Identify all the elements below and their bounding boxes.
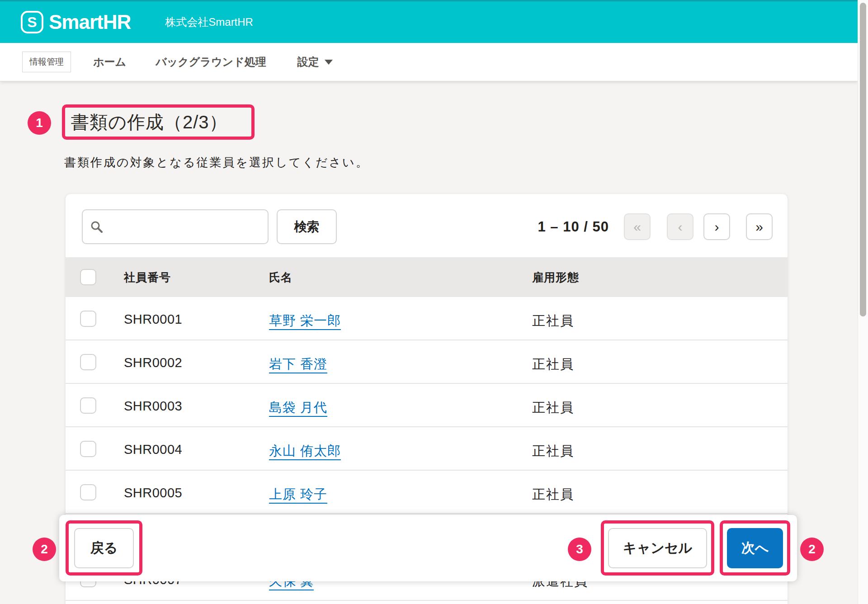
double-chevron-left-icon: « xyxy=(633,220,641,234)
search-button[interactable]: 検索 xyxy=(277,209,337,244)
table-row: SHR0001 草野 栄一郎 正社員 xyxy=(66,297,788,340)
employee-name-link[interactable]: 岩下 香澄 xyxy=(269,355,327,373)
nav-item-home[interactable]: ホーム xyxy=(93,55,126,69)
nav-badge-app[interactable]: 情報管理 xyxy=(22,52,71,72)
double-chevron-right-icon: » xyxy=(755,220,763,234)
employee-name-link[interactable]: 上原 玲子 xyxy=(269,486,327,504)
nav-item-settings-label: 設定 xyxy=(297,55,319,69)
employee-number-cell: SHR0004 xyxy=(124,442,182,457)
table-row: SHR0005 上原 玲子 正社員 xyxy=(66,471,788,514)
company-name: 株式会社SmartHR xyxy=(165,15,253,29)
search-icon xyxy=(90,220,104,234)
pagination-last-button[interactable]: » xyxy=(746,213,773,240)
title-highlight-box: 書類の作成（2/3） xyxy=(62,104,255,140)
employment-type-cell: 正社員 xyxy=(532,399,574,417)
column-header-employee-number: 社員番号 xyxy=(124,270,171,285)
pagination-first-button[interactable]: « xyxy=(624,213,651,240)
row-checkbox[interactable] xyxy=(80,354,96,370)
row-checkbox[interactable] xyxy=(80,484,96,500)
caret-down-icon xyxy=(325,60,333,65)
employment-type-cell: 正社員 xyxy=(532,355,574,373)
next-highlight-box: 次へ xyxy=(720,520,790,576)
employee-number-cell: SHR0003 xyxy=(124,399,182,414)
chevron-right-icon: › xyxy=(715,220,719,234)
employee-name-link[interactable]: 草野 栄一郎 xyxy=(269,312,341,330)
employee-number-cell: SHR0005 xyxy=(124,486,182,500)
page-title: 書類の作成（2/3） xyxy=(71,110,228,135)
nav-item-background-jobs[interactable]: バックグラウンド処理 xyxy=(156,55,266,69)
annotation-circle-3: 3 xyxy=(568,538,591,561)
table-row: SHR0004 永山 侑太郎 正社員 xyxy=(66,427,788,471)
row-checkbox[interactable] xyxy=(80,397,96,414)
scrollbar-track[interactable] xyxy=(858,0,868,604)
annotation-circle-2-left: 2 xyxy=(33,538,56,561)
nav-item-settings[interactable]: 設定 xyxy=(297,55,333,69)
column-header-name: 氏名 xyxy=(269,270,292,285)
nav-bar: 情報管理 ホーム バックグラウンド処理 設定 xyxy=(0,43,858,81)
employment-type-cell: 正社員 xyxy=(532,486,574,504)
pagination-range-label: 1 – 10 / 50 xyxy=(504,209,609,244)
smarthr-logo-icon: S xyxy=(21,11,43,33)
row-checkbox[interactable] xyxy=(80,311,96,327)
back-button[interactable]: 戻る xyxy=(74,528,134,568)
cancel-button[interactable]: キャンセル xyxy=(608,528,707,568)
annotation-circle-1: 1 xyxy=(28,111,51,135)
annotation-circle-2-right: 2 xyxy=(800,538,824,561)
back-highlight-box: 戻る xyxy=(66,520,142,576)
smarthr-wordmark: SmartHR xyxy=(49,11,131,33)
page-description: 書類作成の対象となる従業員を選択してください。 xyxy=(64,155,369,170)
select-all-checkbox[interactable] xyxy=(80,269,96,285)
employee-number-cell: SHR0002 xyxy=(124,355,182,370)
employment-type-cell: 正社員 xyxy=(532,312,574,330)
employee-name-link[interactable]: 島袋 月代 xyxy=(269,399,327,417)
pagination-prev-button[interactable]: ‹ xyxy=(667,213,693,240)
app-header: S SmartHR 株式会社SmartHR xyxy=(0,0,858,43)
employment-type-cell: 正社員 xyxy=(532,442,574,460)
column-header-employment-type: 雇用形態 xyxy=(532,270,579,285)
cancel-highlight-box: キャンセル xyxy=(601,520,714,576)
footer-action-bar: 戻る キャンセル 次へ xyxy=(59,515,797,581)
table-header: 社員番号 氏名 雇用形態 xyxy=(66,257,788,297)
scrollbar-thumb[interactable] xyxy=(860,3,866,316)
chevron-left-icon: ‹ xyxy=(678,220,683,234)
table-row: SHR0002 岩下 香澄 正社員 xyxy=(66,340,788,384)
logo-mark-letter: S xyxy=(27,14,37,31)
search-box xyxy=(82,209,269,244)
employee-number-cell: SHR0001 xyxy=(124,312,182,327)
row-checkbox[interactable] xyxy=(80,441,96,457)
search-input[interactable] xyxy=(82,209,269,244)
next-button[interactable]: 次へ xyxy=(727,528,783,568)
employee-name-link[interactable]: 永山 侑太郎 xyxy=(269,442,341,460)
table-row: SHR0003 島袋 月代 正社員 xyxy=(66,384,788,427)
pagination-next-button[interactable]: › xyxy=(703,213,730,240)
